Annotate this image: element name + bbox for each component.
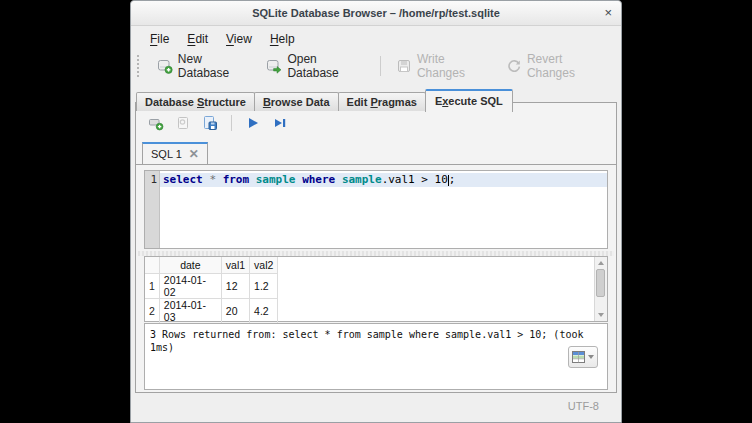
tab-execute-sql[interactable]: Execute SQL <box>425 89 513 112</box>
save-sql-file-icon <box>202 115 218 131</box>
results-col-date[interactable]: date <box>159 257 221 273</box>
table-cell[interactable]: 4.2 <box>250 298 278 323</box>
execute-current-line-icon <box>272 115 288 131</box>
sql-token: sample <box>342 173 382 186</box>
sql-toolbar <box>147 114 289 132</box>
window-title: SQLite Database Browser – /home/rp/test.… <box>131 1 621 26</box>
new-database-label: New Database <box>178 52 251 80</box>
open-sql-file-icon <box>175 115 191 131</box>
open-database-label: Open Database <box>287 52 365 80</box>
code-area[interactable]: select * from sample where sample.val1 >… <box>160 171 607 248</box>
toolbar-separator <box>380 56 381 76</box>
sql-1-tab[interactable]: SQL 1 ✕ <box>142 142 208 164</box>
scrollbar-thumb[interactable] <box>596 269 605 297</box>
log-message: 3 Rows returned from: select * from samp… <box>145 324 600 358</box>
line-number: 1 <box>150 173 157 186</box>
execute-sql-button[interactable] <box>244 114 262 132</box>
revert-changes-icon <box>506 58 522 74</box>
menu-bar: FileEditViewHelp <box>131 26 621 50</box>
save-sql-file-button[interactable] <box>201 114 219 132</box>
table-cell[interactable]: 2014-01-02 <box>159 273 221 298</box>
sql-token <box>249 173 256 186</box>
sql-token: sample <box>256 173 296 186</box>
line-number-gutter: 1 <box>145 171 160 248</box>
tab-edit-pragmas[interactable]: Edit Pragmas <box>338 92 426 111</box>
main-tabs: Database StructureBrowse DataEdit Pragma… <box>131 89 621 111</box>
table-cell[interactable]: 12 <box>221 273 249 298</box>
results-corner-cell <box>145 257 159 273</box>
new-database-icon <box>157 58 173 74</box>
main-toolbar: New Database Open Database Write Changes <box>131 50 621 81</box>
row-number: 2 <box>145 298 159 323</box>
scroll-up-icon[interactable] <box>598 261 604 265</box>
row-number: 1 <box>145 273 159 298</box>
open-sql-file-button[interactable] <box>174 114 192 132</box>
sql-token <box>216 173 223 186</box>
export-results-button[interactable] <box>568 346 598 368</box>
menu-view[interactable]: View <box>217 29 261 49</box>
menu-help[interactable]: Help <box>261 29 304 49</box>
table-row[interactable]: 22014-01-03204.2 <box>145 298 278 323</box>
new-database-button[interactable]: New Database <box>149 49 259 83</box>
app-window: SQLite Database Browser – /home/rp/test.… <box>130 0 622 423</box>
results-col-val1[interactable]: val1 <box>221 257 249 273</box>
execution-log: 3 Rows returned from: select * from samp… <box>144 323 608 390</box>
scroll-down-icon[interactable] <box>598 313 604 317</box>
results-grid: dateval1val2 12014-01-02121.222014-01-03… <box>144 256 608 322</box>
toolbar-drag-handle[interactable] <box>137 55 142 77</box>
sql-token: ; <box>449 173 456 186</box>
execute-current-line-button[interactable] <box>271 114 289 132</box>
encoding-indicator: UTF-8 <box>568 400 599 412</box>
results-body: 12014-01-02121.222014-01-03204.2 <box>145 273 278 323</box>
sql-code-line[interactable]: select * from sample where sample.val1 >… <box>160 173 607 187</box>
chevron-down-icon <box>588 355 594 359</box>
open-database-icon <box>266 58 282 74</box>
results-table: dateval1val2 12014-01-02121.222014-01-03… <box>145 257 278 324</box>
status-bar: UTF-8 <box>131 393 621 423</box>
menu-file[interactable]: File <box>141 29 178 49</box>
tab-database-structure[interactable]: Database Structure <box>136 92 255 111</box>
execute-sql-icon <box>245 115 261 131</box>
revert-changes-label: Revert Changes <box>527 52 607 80</box>
export-results-icon <box>572 350 586 364</box>
table-row[interactable]: 12014-01-02121.2 <box>145 273 278 298</box>
results-vertical-scrollbar[interactable] <box>594 257 607 321</box>
write-changes-label: Write Changes <box>417 52 490 80</box>
revert-changes-button[interactable]: Revert Changes <box>498 49 615 83</box>
tab-browse-data[interactable]: Browse Data <box>254 92 339 111</box>
menu-edit[interactable]: Edit <box>178 29 217 49</box>
sql-1-tab-label: SQL 1 <box>151 148 182 160</box>
write-changes-button[interactable]: Write Changes <box>388 49 498 83</box>
sql-token: where <box>302 173 335 186</box>
execute-sql-panel: SQL 1 ✕ 1 select * from sample where sam… <box>135 102 617 393</box>
sql-token <box>335 173 342 186</box>
table-cell[interactable]: 2014-01-03 <box>159 298 221 323</box>
close-tab-icon[interactable]: ✕ <box>189 149 199 159</box>
open-database-button[interactable]: Open Database <box>258 49 373 83</box>
window-close-icon[interactable]: × <box>604 1 612 25</box>
write-changes-icon <box>396 58 412 74</box>
sql-token: from <box>223 173 250 186</box>
sql-toolbar-separator <box>231 115 232 131</box>
results-header-row: dateval1val2 <box>145 257 278 273</box>
sql-token: select <box>163 173 203 186</box>
results-col-val2[interactable]: val2 <box>250 257 278 273</box>
table-cell[interactable]: 20 <box>221 298 249 323</box>
sql-token: * <box>209 173 216 186</box>
sql-tab-baseline <box>136 164 616 165</box>
table-cell[interactable]: 1.2 <box>250 273 278 298</box>
open-tab-button[interactable] <box>147 114 165 132</box>
sql-token: .val1 > 10 <box>382 173 448 186</box>
sql-editor[interactable]: 1 select * from sample where sample.val1… <box>144 170 608 249</box>
open-tab-icon <box>148 115 164 131</box>
title-bar[interactable]: SQLite Database Browser – /home/rp/test.… <box>131 1 621 26</box>
